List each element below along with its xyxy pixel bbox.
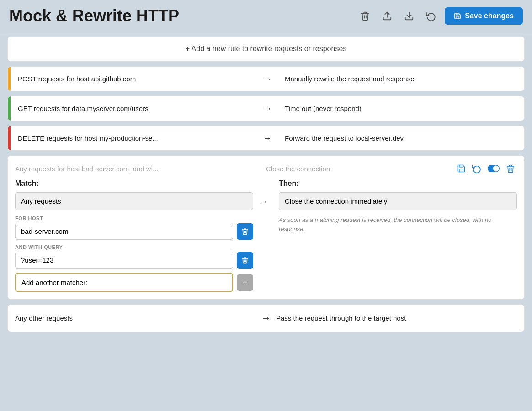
match-section: Match: Any requests FOR HOST xyxy=(15,175,253,292)
expanded-rule-body: Match: Any requests FOR HOST xyxy=(8,175,524,299)
expanded-rule-card: Any requests for host bad-server.com, an… xyxy=(7,155,525,300)
delete-query-button[interactable] xyxy=(237,252,253,269)
download-icon-btn[interactable] xyxy=(401,8,417,24)
fallback-row: Any other requests → Pass the request th… xyxy=(7,304,525,332)
rule-row[interactable]: GET requests for data.myserver.com/users… xyxy=(7,96,525,121)
save-changes-button[interactable]: Save changes xyxy=(445,7,523,25)
then-select-row: Close the connection immediately xyxy=(279,192,517,210)
rule-left-1: POST requests for host api.github.com xyxy=(11,67,257,91)
match-select-row: Any requests xyxy=(15,192,253,210)
add-matcher-plus-button[interactable]: + xyxy=(237,274,253,291)
rule-left-2: GET requests for data.myserver.com/users xyxy=(11,96,257,121)
expanded-rule-header-right: Close the connection xyxy=(266,162,517,175)
reset-icon-btn[interactable] xyxy=(423,8,439,24)
for-host-group: FOR HOST xyxy=(15,216,253,240)
fallback-arrow: → xyxy=(256,313,276,323)
header-actions: Save changes xyxy=(357,7,523,25)
expanded-reset-icon-btn[interactable] xyxy=(470,162,483,175)
rule-row[interactable]: DELETE requests for host my-production-s… xyxy=(7,126,525,151)
and-with-query-row xyxy=(15,252,253,269)
delete-icon-btn[interactable] xyxy=(357,8,373,24)
and-with-query-label: AND WITH QUERY xyxy=(15,244,253,250)
for-host-input[interactable] xyxy=(15,223,233,240)
rule-row[interactable]: POST requests for host api.github.com → … xyxy=(7,66,525,91)
rule-right-2: Time out (never respond) xyxy=(277,96,524,121)
expanded-rule-action-label: Close the connection xyxy=(266,165,450,173)
rule-arrow-2: → xyxy=(257,103,277,114)
fallback-right: Pass the request through to the target h… xyxy=(276,314,517,322)
rule-left-3: DELETE requests for host my-production-s… xyxy=(11,126,257,150)
and-with-query-group: AND WITH QUERY xyxy=(15,244,253,269)
add-matcher-row: Add another matcher: + xyxy=(15,273,253,292)
expanded-rule-header-left: Any requests for host bad-server.com, an… xyxy=(15,165,266,173)
expanded-rule-icons xyxy=(455,162,517,175)
add-rule-button[interactable]: + Add a new rule to rewrite requests or … xyxy=(7,36,525,62)
upload-icon-btn[interactable] xyxy=(379,8,395,24)
for-host-label: FOR HOST xyxy=(15,216,253,221)
save-icon xyxy=(454,12,461,20)
rule-right-3: Forward the request to local-server.dev xyxy=(277,126,524,150)
add-matcher-select[interactable]: Add another matcher: xyxy=(15,273,233,292)
then-section: Then: Close the connection immediately A… xyxy=(274,175,517,292)
rule-right-1: Manually rewrite the request and respons… xyxy=(277,67,524,91)
rule-arrow-3: → xyxy=(257,133,277,143)
rule-arrow-1: → xyxy=(257,74,277,84)
center-arrow: → xyxy=(253,175,274,208)
match-label: Match: xyxy=(15,179,253,188)
expanded-delete-icon-btn[interactable] xyxy=(504,162,517,175)
for-host-row xyxy=(15,223,253,240)
then-action-select[interactable]: Close the connection immediately xyxy=(279,192,517,210)
expanded-save-icon-btn[interactable] xyxy=(455,162,468,175)
delete-host-button[interactable] xyxy=(237,223,253,240)
expanded-toggle-icon-btn[interactable] xyxy=(486,163,501,174)
svg-point-3 xyxy=(493,166,499,172)
fallback-left: Any other requests xyxy=(15,314,256,322)
then-label: Then: xyxy=(279,179,517,188)
main-content: + Add a new rule to rewrite requests or … xyxy=(0,36,532,339)
match-type-select[interactable]: Any requests xyxy=(15,192,253,210)
then-description: As soon as a matching request is receive… xyxy=(279,216,517,233)
expanded-rule-header: Any requests for host bad-server.com, an… xyxy=(8,156,524,175)
header: Mock & Rewrite HTTP xyxy=(0,0,532,32)
and-with-query-input[interactable] xyxy=(15,252,233,269)
page-title: Mock & Rewrite HTTP xyxy=(9,6,357,26)
